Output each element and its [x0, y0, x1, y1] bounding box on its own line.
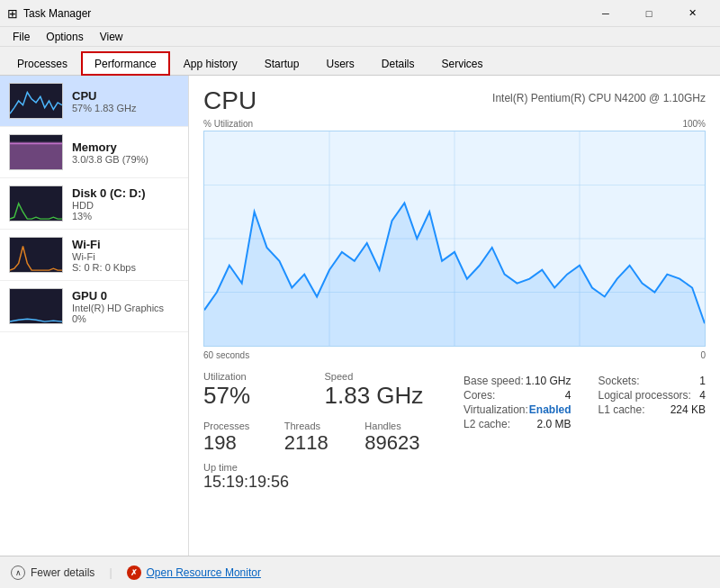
close-button[interactable]: ✕: [671, 0, 713, 27]
tab-performance[interactable]: Performance: [81, 51, 170, 76]
logical-label: Logical processors:: [598, 389, 691, 402]
memory-thumbnail: [9, 134, 63, 170]
logical-value: 4: [699, 389, 706, 402]
sockets-value: 1: [699, 375, 706, 387]
utilization-speed-row: Utilization 57% Speed 1.83 GHz: [203, 371, 446, 413]
sidebar-item-memory[interactable]: Memory 3.0/3.8 GB (79%): [0, 127, 188, 178]
handles-block: Handles 89623: [364, 421, 446, 455]
wifi-detail2: S: 0 R: 0 Kbps: [72, 262, 179, 273]
fewer-details-button[interactable]: ∧ Fewer details: [11, 565, 94, 580]
disk-info: Disk 0 (C: D:) HDD 13%: [72, 186, 179, 222]
minimize-button[interactable]: ─: [585, 0, 626, 27]
uptime-block: Up time 15:19:19:56: [203, 462, 446, 492]
open-monitor-label: Open Resource Monitor: [147, 566, 261, 579]
threads-value: 2118: [284, 431, 365, 455]
maximize-button[interactable]: □: [628, 0, 670, 27]
uptime-value: 15:19:19:56: [203, 473, 446, 492]
virtualization-row: Virtualization: Enabled: [464, 403, 572, 416]
utilization-value: 57%: [203, 382, 325, 410]
wifi-info: Wi-Fi Wi-Fi S: 0 R: 0 Kbps: [72, 238, 179, 273]
svg-rect-0: [10, 142, 62, 169]
sockets-label: Sockets:: [598, 375, 640, 387]
disk-detail1: HDD: [72, 200, 179, 211]
window-controls: ─ □ ✕: [585, 0, 713, 27]
menu-bar: File Options View: [0, 27, 720, 47]
cpu-thumbnail: [9, 83, 63, 119]
fewer-details-label: Fewer details: [31, 566, 94, 579]
chart-y-labels: % Utilization 100%: [203, 119, 706, 129]
right-panel: CPU Intel(R) Pentium(R) CPU N4200 @ 1.10…: [189, 76, 720, 556]
threads-block: Threads 2118: [284, 421, 365, 455]
sidebar-item-gpu[interactable]: GPU 0 Intel(R) HD Graphics 0%: [0, 281, 188, 332]
sidebar-item-disk[interactable]: Disk 0 (C: D:) HDD 13%: [0, 178, 188, 230]
tab-details[interactable]: Details: [368, 51, 428, 76]
menu-file[interactable]: File: [5, 29, 37, 45]
tab-services[interactable]: Services: [428, 51, 497, 76]
y-max: 100%: [682, 119, 706, 129]
menu-view[interactable]: View: [93, 29, 130, 45]
left-stats: Utilization 57% Speed 1.83 GHz Processes…: [203, 371, 446, 492]
bottom-bar: ∧ Fewer details | ✗ Open Resource Monito…: [0, 556, 720, 588]
disk-name: Disk 0 (C: D:): [72, 186, 179, 200]
cpu-detail: 57% 1.83 GHz: [72, 103, 179, 113]
cpu-chart: [203, 131, 706, 347]
cpu-info: CPU 57% 1.83 GHz: [72, 89, 179, 113]
y-label: % Utilization: [203, 119, 253, 129]
speed-label: Speed: [325, 371, 446, 382]
main-content: CPU 57% 1.83 GHz Memory 3.0/3.8 GB (79%): [0, 76, 720, 556]
resource-monitor-icon: ✗: [127, 565, 141, 580]
processes-label: Processes: [203, 421, 284, 431]
chart-x-left: 60 seconds: [203, 350, 249, 360]
memory-info: Memory 3.0/3.8 GB (79%): [72, 140, 179, 165]
virtualization-label: Virtualization:: [464, 403, 528, 416]
cores-label: Cores:: [464, 389, 495, 402]
app-title: Task Manager: [23, 7, 91, 20]
l2-value: 2.0 MB: [536, 418, 571, 430]
stats-area: Utilization 57% Speed 1.83 GHz Processes…: [203, 371, 706, 492]
chevron-up-icon: ∧: [11, 565, 25, 580]
sockets-row: Sockets: 1: [598, 375, 706, 387]
panel-header: CPU Intel(R) Pentium(R) CPU N4200 @ 1.10…: [203, 86, 706, 115]
gpu-detail1: Intel(R) HD Graphics: [72, 303, 179, 313]
base-speed-label: Base speed:: [464, 375, 524, 387]
tab-bar: Processes Performance App history Startu…: [0, 47, 720, 76]
processes-block: Processes 198: [203, 421, 284, 455]
app-icon: ⊞: [7, 6, 18, 21]
virtualization-value: Enabled: [529, 403, 572, 416]
utilization-block: Utilization 57%: [203, 371, 325, 413]
base-speed-value: 1.10 GHz: [526, 375, 572, 387]
uptime-label: Up time: [203, 462, 446, 473]
sidebar-item-wifi[interactable]: Wi-Fi Wi-Fi S: 0 R: 0 Kbps: [0, 230, 188, 281]
tab-startup[interactable]: Startup: [251, 51, 313, 76]
cores-value: 4: [565, 389, 572, 402]
wifi-name: Wi-Fi: [72, 238, 179, 251]
speed-value: 1.83 GHz: [325, 382, 446, 410]
memory-name: Memory: [72, 140, 179, 154]
disk-thumbnail: [9, 185, 63, 222]
cores-row: Cores: 4: [464, 389, 572, 402]
sidebar-item-cpu[interactable]: CPU 57% 1.83 GHz: [0, 76, 188, 127]
sidebar: CPU 57% 1.83 GHz Memory 3.0/3.8 GB (79%): [0, 76, 189, 556]
tab-app-history[interactable]: App history: [170, 51, 251, 76]
handles-value: 89623: [364, 431, 446, 455]
wifi-detail1: Wi-Fi: [72, 251, 179, 262]
threads-label: Threads: [284, 421, 365, 431]
processes-threads-handles-row: Processes 198 Threads 2118 Handles 89623: [203, 421, 446, 455]
open-resource-monitor-button[interactable]: ✗ Open Resource Monitor: [127, 565, 261, 580]
handles-label: Handles: [364, 421, 446, 431]
l2-label: L2 cache:: [464, 418, 510, 430]
tab-processes[interactable]: Processes: [4, 51, 81, 76]
panel-subtitle: Intel(R) Pentium(R) CPU N4200 @ 1.10GHz: [492, 92, 706, 104]
l1-row: L1 cache: 224 KB: [598, 403, 706, 416]
panel-title: CPU: [203, 86, 256, 115]
gpu-thumbnail: [9, 288, 63, 324]
processes-value: 198: [203, 431, 284, 455]
speed-block: Speed 1.83 GHz: [325, 371, 446, 410]
title-bar: ⊞ Task Manager ─ □ ✕: [0, 0, 720, 27]
gpu-detail2: 0%: [72, 313, 179, 324]
chart-footer: 60 seconds 0: [203, 350, 706, 360]
l2-row: L2 cache: 2.0 MB: [464, 418, 572, 430]
cpu-details-grid: Base speed: 1.10 GHz Sockets: 1 Cores: 4…: [464, 375, 706, 430]
menu-options[interactable]: Options: [39, 29, 90, 45]
tab-users[interactable]: Users: [312, 51, 367, 76]
